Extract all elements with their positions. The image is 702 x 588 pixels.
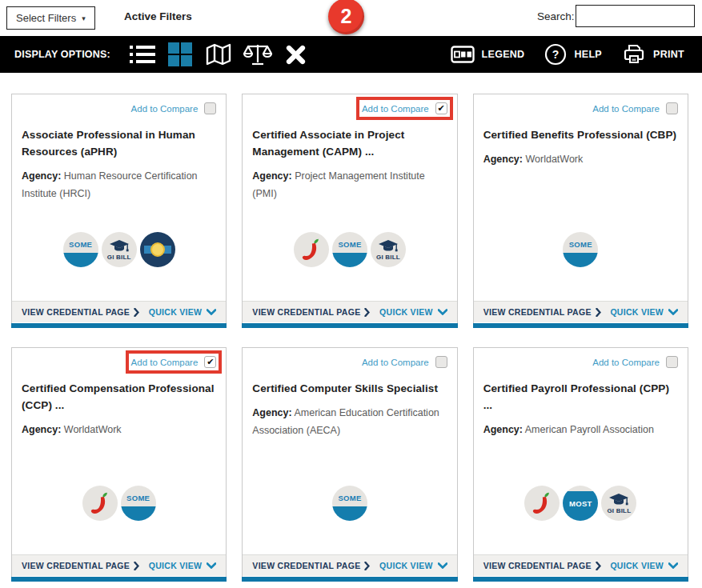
credential-card-5: Add to Compare ✔ Certified Computer Skil… [242, 347, 457, 582]
chevron-right-icon [364, 562, 370, 570]
view-credential-label: VIEW CREDENTIAL PAGE [252, 561, 360, 570]
spicy-badge [294, 232, 329, 267]
add-to-compare-control[interactable]: Add to Compare ✔ [592, 356, 678, 368]
agency-line: Agency: WorldatWork [22, 422, 216, 439]
quick-view-toggle[interactable]: QUICK VIEW [379, 307, 447, 317]
filter-header: Select Filters ▾ Active Filters 2 Search… [0, 0, 702, 36]
badge-row: SOMEGI BILL [12, 232, 226, 267]
agency-value: American Payroll Association [525, 424, 654, 435]
help-label: HELP [574, 49, 602, 60]
legend-icon [451, 46, 475, 63]
quick-view-toggle[interactable]: QUICK VIEW [149, 561, 217, 570]
agency-label: Agency: [22, 170, 61, 182]
add-to-compare-checkbox[interactable]: ✔ [435, 356, 447, 368]
badge-row: SOME [474, 232, 688, 267]
display-options-label: DISPLAY OPTIONS: [14, 49, 110, 60]
agency-line: Agency: WorldatWork [483, 151, 678, 169]
compare-wrap: Add to Compare ✔ [243, 94, 456, 114]
add-to-compare-control-highlighted[interactable]: Add to Compare ✔ [362, 102, 447, 114]
medal-badge [140, 232, 175, 267]
gi-bill-label: GI BILL [107, 254, 131, 261]
quick-view-toggle[interactable]: QUICK VIEW [610, 307, 678, 317]
chevron-down-icon [438, 309, 447, 315]
view-credential-link[interactable]: VIEW CREDENTIAL PAGE [483, 307, 601, 317]
view-credential-label: VIEW CREDENTIAL PAGE [22, 307, 130, 317]
add-to-compare-checkbox[interactable]: ✔ [204, 356, 216, 368]
compare-scales-icon[interactable] [242, 42, 274, 66]
view-credential-label: VIEW CREDENTIAL PAGE [252, 307, 360, 317]
select-filters-button[interactable]: Select Filters ▾ [6, 6, 95, 30]
card-accent-bar [473, 323, 688, 328]
funding-level-label: SOME [338, 240, 361, 249]
add-to-compare-checkbox[interactable]: ✔ [666, 102, 678, 114]
card-accent-bar [11, 323, 227, 328]
close-x-icon[interactable] [285, 44, 307, 66]
agency-label: Agency: [483, 154, 523, 165]
checkmark-icon: ✔ [207, 358, 214, 366]
view-credential-link[interactable]: VIEW CREDENTIAL PAGE [22, 307, 139, 317]
card-accent-bar [473, 577, 688, 582]
add-to-compare-label: Add to Compare [592, 104, 660, 114]
card-footer: VIEW CREDENTIAL PAGE QUICK VIEW [243, 301, 456, 322]
list-view-icon[interactable] [128, 43, 155, 66]
chevron-right-icon [134, 562, 139, 570]
chevron-down-icon [668, 562, 678, 569]
credential-title: Certified Compensation Professional (CCP… [22, 381, 216, 414]
view-credential-link[interactable]: VIEW CREDENTIAL PAGE [252, 561, 370, 570]
badge-row: SOME [12, 486, 226, 521]
spicy-pepper-icon [87, 490, 113, 516]
checkmark-icon: ✔ [438, 104, 445, 113]
help-button[interactable]: ? HELP [544, 43, 602, 66]
active-filters-label: Active Filters [124, 10, 192, 22]
chevron-down-icon: ▾ [82, 14, 86, 22]
chevron-right-icon [134, 308, 139, 317]
compare-wrap: Add to Compare ✔ [474, 348, 688, 368]
compare-wrap: Add to Compare ✔ [12, 348, 226, 368]
svg-text:?: ? [552, 48, 560, 61]
quick-view-toggle[interactable]: QUICK VIEW [379, 561, 447, 570]
view-credential-label: VIEW CREDENTIAL PAGE [483, 307, 592, 317]
legend-label: LEGEND [482, 49, 525, 60]
credential-card-3: Add to Compare ✔ Certified Benefits Prof… [473, 94, 688, 328]
quick-view-label: QUICK VIEW [149, 307, 203, 317]
add-to-compare-label: Add to Compare [131, 104, 199, 114]
chevron-down-icon [668, 309, 678, 315]
card-accent-bar [242, 323, 457, 328]
card-accent-bar [242, 577, 457, 582]
legend-button[interactable]: LEGEND [451, 46, 525, 63]
print-button[interactable]: PRINT [622, 43, 684, 66]
graduation-cap-icon [109, 239, 130, 253]
add-to-compare-control-highlighted[interactable]: Add to Compare ✔ [131, 356, 217, 368]
funding-level-badge-some: SOME [63, 232, 98, 267]
card-footer: VIEW CREDENTIAL PAGE QUICK VIEW [243, 554, 456, 576]
add-to-compare-checkbox[interactable]: ✔ [666, 356, 678, 368]
view-credential-link[interactable]: VIEW CREDENTIAL PAGE [22, 561, 139, 570]
graduation-cap-icon [378, 239, 399, 253]
credential-card-2: Add to Compare ✔ Certified Associate in … [242, 94, 457, 328]
map-view-icon[interactable] [205, 43, 232, 66]
add-to-compare-checkbox[interactable]: ✔ [435, 102, 447, 114]
view-credential-link[interactable]: VIEW CREDENTIAL PAGE [252, 307, 370, 317]
add-to-compare-control[interactable]: Add to Compare ✔ [362, 356, 447, 368]
quick-view-toggle[interactable]: QUICK VIEW [149, 307, 217, 317]
agency-line: Agency: American Payroll Association [483, 422, 678, 439]
quick-view-label: QUICK VIEW [610, 307, 664, 317]
credential-card-4: Add to Compare ✔ Certified Compensation … [11, 347, 227, 582]
print-label: PRINT [653, 49, 684, 60]
agency-label: Agency: [483, 424, 523, 435]
spicy-badge [82, 486, 118, 521]
search-input[interactable] [576, 5, 695, 27]
grid-view-icon[interactable] [167, 42, 193, 67]
add-to-compare-checkbox[interactable]: ✔ [204, 102, 216, 114]
chevron-down-icon [207, 309, 216, 315]
chevron-right-icon [596, 562, 601, 570]
agency-line: Agency: Project Management Institute (PM… [252, 168, 447, 203]
view-credential-label: VIEW CREDENTIAL PAGE [483, 561, 592, 570]
agency-line: Agency: Human Resource Certification Ins… [22, 168, 216, 203]
funding-level-badge-most: MOST [563, 486, 598, 521]
gi-bill-label: GI BILL [376, 254, 400, 261]
add-to-compare-control[interactable]: Add to Compare ✔ [592, 102, 678, 114]
quick-view-toggle[interactable]: QUICK VIEW [610, 561, 678, 570]
add-to-compare-control[interactable]: Add to Compare ✔ [131, 102, 217, 114]
view-credential-link[interactable]: VIEW CREDENTIAL PAGE [483, 561, 601, 570]
